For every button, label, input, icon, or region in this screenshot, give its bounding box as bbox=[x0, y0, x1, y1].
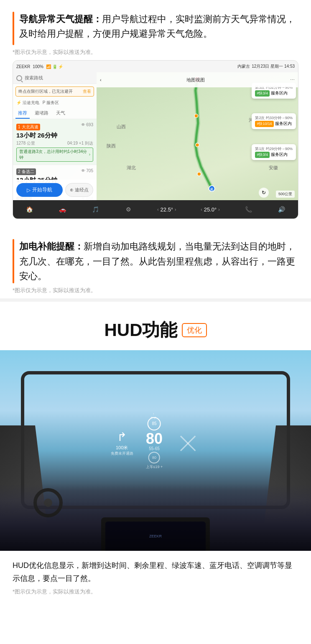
route2-name: 备选二 bbox=[22, 169, 34, 175]
speaker-icon: 🔊 bbox=[277, 206, 286, 213]
temp-display-1: ‹ 22.5° › bbox=[157, 206, 176, 213]
music-icon: 🎵 bbox=[91, 206, 99, 213]
hud-speed-limit-value: 85 bbox=[152, 421, 156, 426]
ctrl-settings[interactable]: ⚙ bbox=[124, 206, 133, 213]
charging-section: 加电补能提醒：新增自动加电路线规划，当电量无法到达目的地时，充几次、在哪充，一目… bbox=[0, 227, 311, 298]
left-accent-bar bbox=[13, 12, 14, 45]
alert-check-btn[interactable]: 查看 bbox=[83, 89, 91, 94]
tab-recommend[interactable]: 推荐 bbox=[15, 108, 30, 119]
map-top-bar: ‹ 地图视图 ⋯ bbox=[97, 72, 298, 87]
hud-speed: 80 bbox=[146, 431, 163, 446]
route1-distance: 1278 公里 bbox=[16, 140, 35, 146]
temp-value-2: 25.0° bbox=[204, 206, 217, 213]
map-options[interactable]: ⋯ bbox=[290, 77, 295, 83]
ctrl-music[interactable]: 🎵 bbox=[91, 206, 99, 213]
parking-icon: P 服务区 bbox=[43, 100, 59, 106]
waypoint-label: 途经点 bbox=[75, 187, 89, 192]
route1-views: 👁 693 bbox=[81, 122, 93, 127]
ctrl-car[interactable]: 🚗 bbox=[58, 206, 66, 213]
card3-title: 第1次 约29分钟→90% bbox=[255, 146, 293, 152]
card2-badge: #快10/16 bbox=[255, 121, 274, 127]
car-icon: 🚗 bbox=[58, 206, 66, 213]
hud-speed-limit-bottom: 80 bbox=[148, 452, 160, 463]
map-container[interactable]: ZEEKR 100% 📶 🔋 ⚡ 内蒙古 12月23日 星期一 14:53 搜索… bbox=[13, 60, 298, 219]
hud-title: HUD功能 bbox=[105, 318, 178, 342]
statusbar-left: ZEEKR 100% 📶 🔋 ⚡ bbox=[16, 64, 63, 69]
hud-description: HUD优化信息显示，新增到达时间、剩余里程、绿波车速、蓝牙电话、空调调节等显示信… bbox=[0, 551, 311, 598]
map-bottom-panel: ▷ 开始导航 ⊕ 途经点 bbox=[13, 180, 97, 200]
statusbar-region: 内蒙古 bbox=[237, 64, 250, 69]
route1-highlight-text: 普通道路3次，总计用时约1小时34分钟 bbox=[19, 149, 89, 160]
statusbar-icons: 📶 🔋 ⚡ bbox=[46, 64, 64, 69]
start-nav-button[interactable]: ▷ 开始导航 bbox=[16, 183, 63, 197]
alert-text: 终点在限行区域，已无法避开 bbox=[18, 89, 83, 94]
route1-highlight: 普通道路3次，总计用时约1小时34分钟 › bbox=[16, 148, 93, 162]
home-icon: 🏠 bbox=[25, 206, 33, 213]
hud-cross-lines bbox=[177, 433, 198, 454]
waypoint-icon: ⊕ bbox=[70, 187, 74, 192]
route1-arrow: › bbox=[89, 152, 90, 157]
scale-bar: 500公里 bbox=[276, 191, 295, 198]
route-item-1[interactable]: 1 大北高速 👁 693 13小时 26分钟 1278 公里 04:19 +1 … bbox=[13, 119, 97, 165]
nav-weather-title-strong: 导航异常天气提醒： bbox=[19, 14, 102, 24]
phone-icon: 📞 bbox=[245, 206, 253, 213]
scale-label: 500公里 bbox=[278, 192, 292, 196]
temp-arrow-left2[interactable]: ‹ bbox=[201, 207, 202, 212]
waypoint-button[interactable]: ⊕ 途经点 bbox=[65, 183, 93, 197]
settings-icon: ⚙ bbox=[124, 206, 133, 213]
charging-left-bar bbox=[13, 239, 14, 283]
nav-weather-title: 导航异常天气提醒：用户导航过程中，实时监测前方天气异常情况，及时给用户提醒，方便… bbox=[19, 12, 298, 41]
nav-icon: ▷ bbox=[27, 187, 31, 193]
route2-badge-wrap: 2 备选二 bbox=[16, 168, 36, 175]
charging-icon: ⚡ 沿途充电 bbox=[16, 100, 39, 106]
tab-weather[interactable]: 天气 bbox=[54, 108, 68, 119]
hud-speed-bottom-value: 80 bbox=[152, 456, 156, 460]
route2-views: 👁 705 bbox=[81, 168, 93, 173]
svg-point-5 bbox=[196, 143, 199, 147]
map-statusbar: ZEEKR 100% 📶 🔋 ⚡ 内蒙古 12月23日 星期一 14:53 bbox=[13, 61, 298, 72]
map-tabs: 推荐 避堵路 天气 bbox=[13, 108, 97, 119]
route1-meta: 1278 公里 04:19 +1 到达 bbox=[16, 140, 93, 146]
hud-road-icon bbox=[175, 431, 200, 456]
hud-nav-section: ↱ 100米 免费未开通路 bbox=[111, 430, 133, 456]
hud-distance: 100米 bbox=[111, 445, 133, 451]
temp-arrow-right[interactable]: › bbox=[175, 207, 176, 212]
hud-speed-block: 85 80 55-65 80 上车≤19 + bbox=[146, 417, 163, 470]
hud-speed-limit-top: 85 bbox=[148, 417, 161, 430]
card2-sub: 服务区内 bbox=[275, 121, 292, 126]
statusbar-battery: 100% bbox=[33, 64, 43, 69]
statusbar-right: 内蒙古 12月23日 星期一 14:53 bbox=[237, 64, 295, 69]
search-icon bbox=[16, 75, 22, 81]
map-center-label: 地图视图 bbox=[186, 77, 205, 83]
map-card-3: 第1次 约29分钟→90% #快3/4服务区内 bbox=[252, 144, 296, 160]
start-nav-label: 开始导航 bbox=[32, 186, 52, 193]
card1-sub: 服务区内 bbox=[271, 91, 288, 95]
ctrl-phone[interactable]: 📞 bbox=[245, 206, 253, 213]
map-control-bar: 🏠 🚗 🎵 ⚙ ‹ 22.5° › ‹ 25.0° › 📞 🔊 bbox=[13, 200, 298, 219]
route1-badge: 1 大北高速 bbox=[16, 124, 40, 130]
charging-note: *图示仅为示意，实际以推送为准。 bbox=[13, 287, 298, 294]
hud-road-name: 免费未开通路 bbox=[111, 451, 133, 456]
temp-arrow-right2[interactable]: › bbox=[218, 207, 219, 212]
hud-title-wrap: HUD功能 优化 bbox=[13, 318, 298, 342]
map-search-bar[interactable]: 搜索路线 bbox=[13, 72, 97, 84]
charging-title-strong: 加电补能提醒： bbox=[19, 241, 84, 252]
hud-bottom-gradient bbox=[0, 501, 311, 551]
hud-small-arrow-1: ↑ bbox=[153, 412, 154, 416]
svg-point-4 bbox=[197, 172, 201, 176]
map-visual: 辽宁 河北 山西 陕西 河南 湖北 安徽 起 终 第3次 约32分钟→90% bbox=[97, 72, 298, 200]
temp-arrow-left[interactable]: ‹ bbox=[157, 207, 158, 212]
back-btn[interactable]: ‹ bbox=[100, 77, 102, 82]
hud-speed-label: 上车≤19 + bbox=[146, 464, 163, 470]
map-icon-row: ⚡ 沿途充电 P 服务区 bbox=[13, 99, 97, 107]
route1-time: 13小时 26分钟 bbox=[16, 132, 93, 140]
tab-avoid[interactable]: 避堵路 bbox=[32, 108, 51, 119]
ctrl-speaker[interactable]: 🔊 bbox=[277, 206, 286, 213]
temp-display-2: ‹ 25.0° › bbox=[201, 206, 219, 213]
ctrl-home[interactable]: 🏠 bbox=[25, 206, 33, 213]
statusbar-datetime: 12月23日 星期一 14:53 bbox=[252, 64, 295, 69]
card2-title: 第2次 约33分钟→90% bbox=[255, 115, 293, 121]
charging-title: 加电补能提醒：新增自动加电路线规划，当电量无法到达目的地时，充几次、在哪充，一目… bbox=[19, 239, 298, 283]
nav-weather-section: 导航异常天气提醒：用户导航过程中，实时监测前方天气异常情况，及时给用户提醒，方便… bbox=[0, 0, 311, 60]
svg-point-6 bbox=[194, 114, 198, 118]
